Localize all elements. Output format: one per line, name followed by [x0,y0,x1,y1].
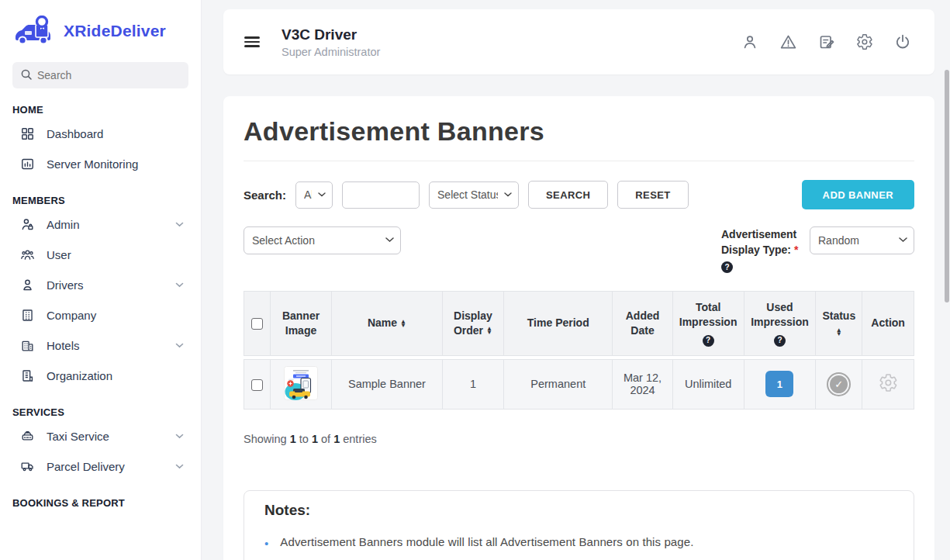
brand[interactable]: XRideDeliver [12,12,188,48]
add-banner-button[interactable]: ADD BANNER [802,180,914,209]
sidebar-item-admin[interactable]: Admin [12,209,188,240]
sidebar-item-drivers[interactable]: Drivers [12,270,188,300]
display-order-cell: 1 [442,359,503,410]
page-scrollbar[interactable] [944,0,950,560]
status-select[interactable]: Select Status [429,181,519,209]
action-cell [862,359,914,410]
sidebar-item-hotels[interactable]: Hotels [12,330,188,361]
col-time-period: Time Period [503,291,612,356]
search-label: Search: [244,188,286,202]
sidebar-section-bookings-report: BOOKINGS & REPORT [12,497,188,509]
action-select-wrap: Select Action [244,226,401,254]
sidebar-item-dashboard[interactable]: Dashboard [12,119,188,149]
entries-summary: Showing 1 to 1 of 1 entries [244,433,914,445]
delivery-truck-icon [19,459,35,474]
sidebar-item-server-monitoring[interactable]: Server Monitoring [12,149,188,179]
action-row: Select Action Advertisement Display Type… [244,226,914,274]
help-icon[interactable]: ? [774,335,786,347]
sidebar-section-services: SERVICES [12,406,188,418]
display-type-select[interactable]: Random [810,226,914,254]
time-period-cell: Permanent [503,359,612,410]
sidebar-search-input[interactable] [12,62,188,88]
row-checkbox[interactable] [251,379,263,391]
col-action: Action [862,291,914,356]
name-cell: Sample Banner [331,359,441,410]
top-header: V3C Driver Super Administrator [223,9,934,74]
report-edit-icon[interactable] [818,33,835,50]
select-all-checkbox[interactable] [251,318,263,330]
chevron-down-icon [175,222,184,227]
table-header-row: Banner Image Name▲▼ Display Order▲▼ Time… [244,291,914,356]
sidebar-section-home: HOME [12,104,188,116]
sort-icon: ▲▼ [836,329,842,337]
sidebar-item-user[interactable]: User [12,240,188,270]
app-window: XRideDeliver HOME Dashboard Server Monit… [0,0,950,560]
profile-icon[interactable] [741,33,758,50]
user-group-icon [19,247,35,262]
admin-icon [19,217,35,232]
total-impression-cell: Unlimited [672,359,744,410]
help-icon[interactable]: ? [703,335,714,347]
banner-thumbnail[interactable] [284,366,318,400]
chevron-down-icon [175,464,184,469]
menu-icon[interactable] [244,34,260,50]
note-item: •Advertisement Banners module will list … [264,535,893,551]
sidebar-item-organization[interactable]: Organization [12,361,188,391]
sort-icon: ▲▼ [400,320,406,328]
col-total-impression: Total Impression? [672,291,744,356]
search-keyword-input[interactable] [342,181,420,209]
scrollbar-thumb[interactable] [945,70,949,302]
current-user: V3C Driver Super Administrator [282,26,380,58]
sidebar-item-taxi-service[interactable]: Taxi Service [12,421,188,451]
filter-bar: Search: All Select Status SEARCH RESET A… [244,180,914,209]
main-area: V3C Driver Super Administrator [202,0,950,560]
reset-button[interactable]: RESET [617,181,688,209]
status-active-icon[interactable]: ✓ [827,372,851,396]
action-select[interactable]: Select Action [244,226,401,254]
chevron-down-icon [175,343,184,348]
display-type-group: Advertisement Display Type: * ? Random [721,226,914,274]
col-display-order[interactable]: Display Order▲▼ [442,291,503,356]
sidebar-section-members: MEMBERS [12,195,188,206]
content-card: Advertisement Banners Search: All Select… [223,96,934,560]
notes-panel: Notes: •Advertisement Banners module wil… [244,490,914,560]
driver-icon [19,278,35,292]
chevron-down-icon [175,434,184,439]
search-icon [20,68,33,81]
help-icon[interactable]: ? [721,261,733,273]
sidebar-item-parcel-delivery[interactable]: Parcel Delivery [12,451,188,482]
settings-icon[interactable] [856,33,873,50]
brand-logo-icon [14,16,57,47]
page-title: Advertisement Banners [244,116,914,147]
organization-icon [19,368,35,383]
alert-icon[interactable] [779,33,797,50]
required-asterisk: * [794,244,798,256]
power-icon[interactable] [894,33,911,50]
company-icon [19,308,35,323]
col-banner-image: Banner Image [270,291,331,356]
col-name[interactable]: Name▲▼ [331,291,441,356]
added-date-cell: Mar 12, 2024 [612,359,672,410]
display-type-select-wrap: Random [810,226,914,274]
sort-icon: ▲▼ [486,327,492,335]
taxi-icon [19,429,35,444]
status-select-wrap: Select Status [429,181,519,209]
dashboard-icon [19,126,35,141]
used-impression-badge[interactable]: 1 [765,371,793,397]
sidebar: XRideDeliver HOME Dashboard Server Monit… [0,0,202,560]
sidebar-search [12,62,188,88]
user-role: Super Administrator [282,46,380,58]
search-category-select-wrap: All [295,181,333,209]
sidebar-item-company[interactable]: Company [12,300,188,330]
bullet-icon: • [264,535,268,551]
search-category-select[interactable]: All [295,181,333,209]
action-gear-icon[interactable] [879,373,898,392]
search-button[interactable]: SEARCH [528,181,608,209]
used-impression-cell: 1 [744,359,816,410]
col-status[interactable]: Status▲▼ [815,291,862,356]
select-all-cell [244,291,270,356]
notes-title: Notes: [264,502,893,519]
row-select-cell [244,359,270,410]
table-row: Sample Banner 1 Permanent Mar 12, 2024 U… [244,359,914,410]
display-type-label: Advertisement Display Type: * ? [721,226,802,274]
